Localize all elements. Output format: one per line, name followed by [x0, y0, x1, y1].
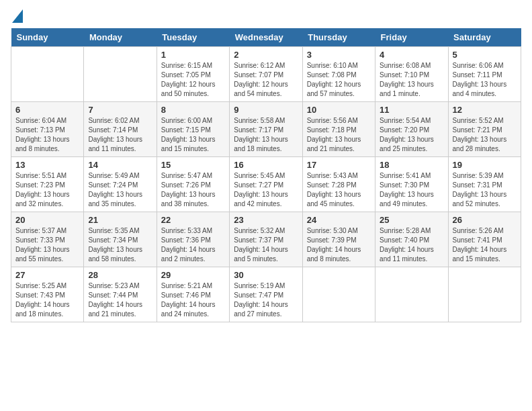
day-info: Sunrise: 5:51 AMSunset: 7:23 PMDaylight:…	[15, 171, 79, 209]
calendar-cell: 28Sunrise: 5:23 AMSunset: 7:44 PMDayligh…	[84, 267, 157, 322]
day-number: 13	[15, 160, 79, 170]
day-number: 12	[453, 105, 517, 115]
calendar-cell	[302, 267, 375, 322]
day-info: Sunrise: 5:32 AMSunset: 7:37 PMDaylight:…	[234, 226, 298, 264]
calendar-header-sunday: Sunday	[11, 28, 84, 47]
calendar-week-3: 13Sunrise: 5:51 AMSunset: 7:23 PMDayligh…	[11, 157, 521, 212]
calendar-cell	[84, 47, 157, 102]
calendar-week-4: 20Sunrise: 5:37 AMSunset: 7:33 PMDayligh…	[11, 212, 521, 267]
calendar-cell	[11, 47, 84, 102]
calendar-cell: 21Sunrise: 5:35 AMSunset: 7:34 PMDayligh…	[84, 212, 157, 267]
day-info: Sunrise: 5:21 AMSunset: 7:46 PMDaylight:…	[161, 281, 225, 319]
calendar-cell: 8Sunrise: 6:00 AMSunset: 7:15 PMDaylight…	[157, 102, 229, 157]
calendar-header-friday: Friday	[375, 28, 448, 47]
day-info: Sunrise: 6:06 AMSunset: 7:11 PMDaylight:…	[453, 61, 517, 99]
day-number: 29	[161, 270, 225, 280]
calendar-cell: 12Sunrise: 5:52 AMSunset: 7:21 PMDayligh…	[448, 102, 521, 157]
day-number: 1	[161, 50, 225, 60]
calendar-cell: 14Sunrise: 5:49 AMSunset: 7:24 PMDayligh…	[84, 157, 157, 212]
page-header	[11, 11, 521, 23]
day-number: 22	[161, 215, 225, 225]
day-info: Sunrise: 6:02 AMSunset: 7:14 PMDaylight:…	[88, 116, 152, 154]
calendar-cell: 5Sunrise: 6:06 AMSunset: 7:11 PMDaylight…	[448, 47, 521, 102]
calendar-cell: 6Sunrise: 6:04 AMSunset: 7:13 PMDaylight…	[11, 102, 84, 157]
day-number: 3	[307, 50, 371, 60]
calendar-header-row: SundayMondayTuesdayWednesdayThursdayFrid…	[11, 28, 521, 47]
calendar-header-thursday: Thursday	[302, 28, 375, 47]
calendar-table: SundayMondayTuesdayWednesdayThursdayFrid…	[11, 28, 521, 322]
day-info: Sunrise: 5:30 AMSunset: 7:39 PMDaylight:…	[307, 226, 371, 264]
day-info: Sunrise: 5:19 AMSunset: 7:47 PMDaylight:…	[234, 281, 298, 319]
calendar-cell: 29Sunrise: 5:21 AMSunset: 7:46 PMDayligh…	[157, 267, 229, 322]
calendar-cell: 18Sunrise: 5:41 AMSunset: 7:30 PMDayligh…	[375, 157, 448, 212]
day-info: Sunrise: 5:35 AMSunset: 7:34 PMDaylight:…	[88, 226, 152, 264]
calendar-cell	[375, 267, 448, 322]
day-number: 4	[380, 50, 443, 60]
day-info: Sunrise: 5:47 AMSunset: 7:26 PMDaylight:…	[161, 171, 225, 209]
day-number: 14	[88, 160, 152, 170]
calendar-cell: 20Sunrise: 5:37 AMSunset: 7:33 PMDayligh…	[11, 212, 84, 267]
calendar-week-1: 1Sunrise: 6:15 AMSunset: 7:05 PMDaylight…	[11, 47, 521, 102]
calendar-header-saturday: Saturday	[448, 28, 521, 47]
day-info: Sunrise: 5:56 AMSunset: 7:18 PMDaylight:…	[307, 116, 371, 154]
day-number: 8	[161, 105, 225, 115]
day-info: Sunrise: 5:41 AMSunset: 7:30 PMDaylight:…	[380, 171, 443, 209]
day-number: 20	[15, 215, 79, 225]
day-number: 7	[88, 105, 152, 115]
calendar-cell: 27Sunrise: 5:25 AMSunset: 7:43 PMDayligh…	[11, 267, 84, 322]
day-number: 6	[15, 105, 79, 115]
calendar-header-wednesday: Wednesday	[230, 28, 302, 47]
calendar-week-2: 6Sunrise: 6:04 AMSunset: 7:13 PMDaylight…	[11, 102, 521, 157]
day-number: 9	[234, 105, 298, 115]
day-number: 25	[380, 215, 443, 225]
calendar-week-5: 27Sunrise: 5:25 AMSunset: 7:43 PMDayligh…	[11, 267, 521, 322]
day-number: 18	[380, 160, 443, 170]
day-info: Sunrise: 5:28 AMSunset: 7:40 PMDaylight:…	[380, 226, 443, 264]
day-info: Sunrise: 6:00 AMSunset: 7:15 PMDaylight:…	[161, 116, 225, 154]
day-info: Sunrise: 6:04 AMSunset: 7:13 PMDaylight:…	[15, 116, 79, 154]
day-number: 11	[380, 105, 443, 115]
day-number: 17	[307, 160, 371, 170]
calendar-header-tuesday: Tuesday	[157, 28, 229, 47]
calendar-cell: 1Sunrise: 6:15 AMSunset: 7:05 PMDaylight…	[157, 47, 229, 102]
calendar-cell: 22Sunrise: 5:33 AMSunset: 7:36 PMDayligh…	[157, 212, 229, 267]
day-info: Sunrise: 5:26 AMSunset: 7:41 PMDaylight:…	[453, 226, 517, 264]
calendar-cell: 15Sunrise: 5:47 AMSunset: 7:26 PMDayligh…	[157, 157, 229, 212]
day-info: Sunrise: 5:43 AMSunset: 7:28 PMDaylight:…	[307, 171, 371, 209]
calendar-cell: 16Sunrise: 5:45 AMSunset: 7:27 PMDayligh…	[230, 157, 302, 212]
day-number: 10	[307, 105, 371, 115]
calendar-cell: 30Sunrise: 5:19 AMSunset: 7:47 PMDayligh…	[230, 267, 302, 322]
day-info: Sunrise: 6:08 AMSunset: 7:10 PMDaylight:…	[380, 61, 443, 99]
day-info: Sunrise: 6:15 AMSunset: 7:05 PMDaylight:…	[161, 61, 225, 99]
day-number: 27	[15, 270, 79, 280]
day-number: 26	[453, 215, 517, 225]
day-info: Sunrise: 5:33 AMSunset: 7:36 PMDaylight:…	[161, 226, 225, 264]
logo	[11, 11, 23, 23]
day-info: Sunrise: 5:49 AMSunset: 7:24 PMDaylight:…	[88, 171, 152, 209]
day-info: Sunrise: 5:25 AMSunset: 7:43 PMDaylight:…	[15, 281, 79, 319]
day-number: 2	[234, 50, 298, 60]
day-info: Sunrise: 5:52 AMSunset: 7:21 PMDaylight:…	[453, 116, 517, 154]
day-number: 30	[234, 270, 298, 280]
day-number: 16	[234, 160, 298, 170]
day-number: 23	[234, 215, 298, 225]
svg-marker-0	[12, 9, 23, 23]
day-number: 24	[307, 215, 371, 225]
calendar-cell: 10Sunrise: 5:56 AMSunset: 7:18 PMDayligh…	[302, 102, 375, 157]
day-number: 21	[88, 215, 152, 225]
calendar-cell: 25Sunrise: 5:28 AMSunset: 7:40 PMDayligh…	[375, 212, 448, 267]
day-info: Sunrise: 6:12 AMSunset: 7:07 PMDaylight:…	[234, 61, 298, 99]
day-info: Sunrise: 5:23 AMSunset: 7:44 PMDaylight:…	[88, 281, 152, 319]
calendar-cell	[448, 267, 521, 322]
day-info: Sunrise: 5:58 AMSunset: 7:17 PMDaylight:…	[234, 116, 298, 154]
calendar-cell: 9Sunrise: 5:58 AMSunset: 7:17 PMDaylight…	[230, 102, 302, 157]
day-number: 15	[161, 160, 225, 170]
day-number: 19	[453, 160, 517, 170]
calendar-cell: 7Sunrise: 6:02 AMSunset: 7:14 PMDaylight…	[84, 102, 157, 157]
calendar-cell: 2Sunrise: 6:12 AMSunset: 7:07 PMDaylight…	[230, 47, 302, 102]
calendar-cell: 17Sunrise: 5:43 AMSunset: 7:28 PMDayligh…	[302, 157, 375, 212]
calendar-cell: 23Sunrise: 5:32 AMSunset: 7:37 PMDayligh…	[230, 212, 302, 267]
logo-triangle-icon	[12, 9, 23, 23]
day-info: Sunrise: 6:10 AMSunset: 7:08 PMDaylight:…	[307, 61, 371, 99]
day-info: Sunrise: 5:39 AMSunset: 7:31 PMDaylight:…	[453, 171, 517, 209]
